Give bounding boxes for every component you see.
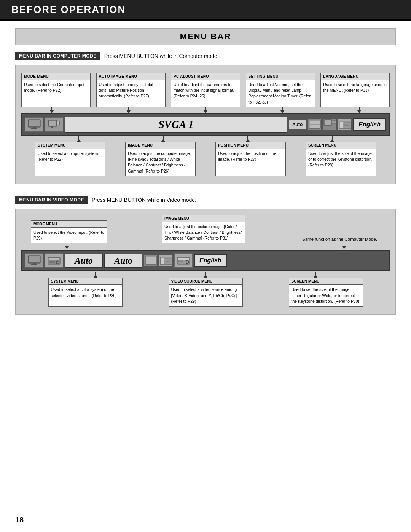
video-image-menu-box: IMAGE MENU Used to adjust the picture im… bbox=[162, 215, 245, 244]
pc-adjust-menu-box: PC ADJUST MENU Used to adjust the parame… bbox=[171, 73, 240, 107]
svg-rect-20 bbox=[344, 125, 349, 126]
computer-mode-label: MENU BAR IN COMPUTER MODE bbox=[15, 52, 100, 60]
arrow-video-source bbox=[204, 272, 207, 278]
video-source-menu-box: VIDEO SOURCE MENU Used to select a video… bbox=[169, 278, 243, 307]
svg-rect-37 bbox=[165, 261, 170, 262]
video-mode-menu-title: MODE MENU bbox=[31, 221, 107, 228]
setting-menu-body: Used to adjust Volume, set the Display M… bbox=[246, 80, 315, 107]
main-content: MENU BAR MENU BAR IN COMPUTER MODE Press… bbox=[0, 21, 411, 330]
vcr-icon-2 bbox=[174, 253, 193, 268]
auto-button-computer: Auto bbox=[289, 120, 306, 129]
video-source-menu-title: VIDEO SOURCE MENU bbox=[169, 278, 242, 285]
setting-menu-title: SETTING MENU bbox=[246, 73, 315, 80]
arrow-language bbox=[357, 107, 361, 113]
arrow-video-screen bbox=[314, 272, 317, 278]
arrow-position-up bbox=[246, 136, 250, 142]
arrow-setting bbox=[280, 107, 284, 113]
video-image-menu-body: Used to adjust the picture image. [Color… bbox=[162, 222, 245, 243]
image-menu-title: IMAGE MENU bbox=[126, 142, 195, 149]
svg-rect-36 bbox=[165, 260, 169, 260]
svg-rect-6 bbox=[51, 126, 53, 128]
arrow-mode-menu bbox=[50, 107, 54, 113]
position-menu-box: POSITION MENU Used to adjust the positio… bbox=[215, 142, 286, 176]
svg-rect-9 bbox=[57, 121, 59, 125]
auto-image-menu-body: Used to adjust Fine sync, Total dots, an… bbox=[97, 80, 165, 101]
small-icon-1 bbox=[307, 118, 321, 131]
computer-menubar-row: SVGA 1 Auto bbox=[21, 113, 390, 136]
english-button-computer: English bbox=[353, 118, 386, 131]
screen-menu-box: SCREEN MENU Used to adjust the size of t… bbox=[306, 142, 376, 176]
monitor-icon-1 bbox=[25, 117, 43, 132]
svga-display: SVGA 1 bbox=[65, 117, 287, 133]
mode-menu-body: Used to select the Computer input mode. … bbox=[22, 80, 90, 95]
svg-rect-23 bbox=[33, 263, 36, 264]
arrow-video-image bbox=[342, 243, 346, 249]
language-menu-title: LANGUAGE MENU bbox=[321, 73, 389, 80]
bottom-annotation-boxes: SYSTEM MENU Used to select a computer sy… bbox=[21, 142, 390, 176]
setting-menu-box: SETTING MENU Used to adjust Volume, set … bbox=[246, 73, 315, 107]
small-icon-2 bbox=[323, 118, 336, 131]
svg-rect-2 bbox=[33, 127, 36, 128]
video-system-menu-title: SYSTEM MENU bbox=[49, 278, 122, 285]
svg-rect-1 bbox=[29, 120, 40, 126]
video-image-menu-title: IMAGE MENU bbox=[162, 215, 245, 222]
video-source-menu-body: Used to select a video source among [Vid… bbox=[169, 285, 242, 306]
svg-rect-17 bbox=[340, 122, 343, 128]
screen-menu-title: SCREEN MENU bbox=[306, 142, 376, 149]
auto-image-menu-title: AUTO IMAGE MENU bbox=[97, 73, 165, 80]
computer-mode-instruction: MENU BAR IN COMPUTER MODE Press MENU BUT… bbox=[15, 52, 396, 60]
svg-rect-34 bbox=[161, 258, 164, 264]
computer-icon-1 bbox=[45, 117, 63, 132]
video-system-menu-box: SYSTEM MENU Used to select a color syste… bbox=[48, 278, 123, 307]
video-mode-label: MENU BAR IN VIDEO MODE bbox=[15, 196, 88, 204]
svg-rect-39 bbox=[178, 258, 189, 260]
video-top-annotations: MODE MENU Used to select the Video input… bbox=[21, 215, 390, 244]
video-screen-menu-body: Used to set the size of the image either… bbox=[289, 285, 363, 306]
svg-rect-42 bbox=[178, 260, 183, 262]
page-header: BEFORE OPERATION bbox=[0, 0, 411, 21]
language-menu-box: LANGUAGE MENU Used to select the languag… bbox=[320, 73, 390, 107]
video-mode-diagram: MODE MENU Used to select the Video input… bbox=[15, 209, 396, 315]
svg-rect-3 bbox=[31, 128, 37, 129]
top-annotation-boxes: MODE MENU Used to select the Computer in… bbox=[21, 73, 390, 107]
video-bottom-arrows bbox=[21, 272, 390, 278]
video-monitor-icon bbox=[25, 253, 43, 268]
top-arrows bbox=[21, 107, 390, 113]
video-image-menu-col: IMAGE MENU Used to adjust the picture im… bbox=[162, 215, 245, 244]
svg-rect-14 bbox=[325, 120, 331, 125]
pc-adjust-menu-title: PC ADJUST MENU bbox=[171, 73, 240, 80]
svg-rect-22 bbox=[29, 256, 40, 262]
video-mode-instruction-text: Press MENU BUTTON while in Video mode. bbox=[92, 197, 196, 203]
video-mode-menu-col: MODE MENU Used to select the Video input… bbox=[33, 220, 105, 243]
english-button-video: English bbox=[194, 254, 227, 267]
video-small-icon-1 bbox=[144, 254, 158, 267]
auto-display-center: Auto bbox=[104, 254, 142, 268]
arrow-video-mode bbox=[65, 243, 69, 249]
arrow-auto-image bbox=[127, 107, 131, 113]
arrow-image-up bbox=[161, 136, 165, 142]
svg-point-41 bbox=[186, 261, 188, 263]
position-menu-title: POSITION MENU bbox=[216, 142, 285, 149]
svg-rect-5 bbox=[49, 121, 56, 126]
language-menu-body: Used to select the language used in the … bbox=[321, 80, 389, 95]
video-screen-menu-box: SCREEN MENU Used to set the size of the … bbox=[289, 278, 363, 307]
video-system-menu-body: Used to select a color system of the sel… bbox=[49, 285, 122, 300]
arrow-system-up bbox=[77, 136, 81, 142]
svg-rect-7 bbox=[49, 128, 54, 128]
video-screen-menu-title: SCREEN MENU bbox=[289, 278, 363, 285]
system-menu-title: SYSTEM MENU bbox=[35, 142, 105, 149]
video-menubar-row: Auto Auto bbox=[21, 250, 390, 271]
computer-mode-instruction-text: Press MENU BUTTON while in Computer mode… bbox=[104, 53, 219, 59]
section-title-bar: MENU BAR bbox=[15, 28, 396, 45]
video-small-icon-2 bbox=[159, 254, 173, 267]
bottom-arrows bbox=[21, 136, 390, 142]
video-top-arrows bbox=[21, 243, 390, 249]
arrow-screen-up bbox=[330, 136, 334, 142]
menu-bar-title: MENU BAR bbox=[16, 32, 395, 42]
image-menu-box: IMAGE MENU Used to adjust the computer i… bbox=[125, 142, 196, 176]
vcr-icon bbox=[45, 253, 63, 268]
page-title: BEFORE OPERATION bbox=[11, 4, 400, 16]
auto-image-menu-box: AUTO IMAGE MENU Used to adjust Fine sync… bbox=[96, 73, 166, 107]
svg-rect-24 bbox=[31, 264, 37, 265]
video-mode-instruction: MENU BAR IN VIDEO MODE Press MENU BUTTON… bbox=[15, 196, 396, 204]
